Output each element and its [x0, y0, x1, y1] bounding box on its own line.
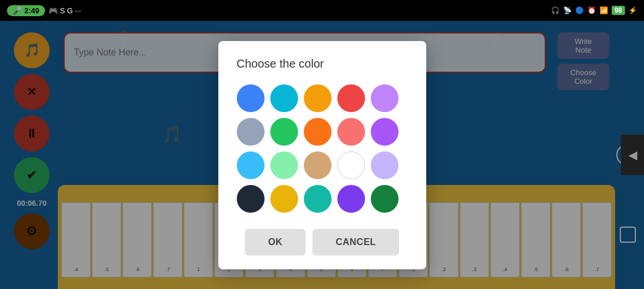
color-swatch-3[interactable]	[337, 84, 365, 112]
ok-button[interactable]: OK	[245, 229, 306, 255]
color-swatch-1[interactable]	[270, 84, 298, 112]
status-left: 🎤 2:49 🎮 S G ···	[7, 5, 81, 16]
color-swatch-16[interactable]	[270, 185, 298, 213]
color-swatch-18[interactable]	[337, 185, 365, 213]
color-swatch-2[interactable]	[304, 84, 332, 112]
color-swatch-5[interactable]	[237, 118, 265, 146]
app-background: 🎵 ♪ 🎵 🎵 🎵 ✕ ⏸ ✔ 00:06.70 ⚙ WriteNote Cho…	[0, 21, 644, 289]
color-picker-modal: Choose the color OK CANCEL	[218, 41, 426, 269]
charging-icon: ⚡	[628, 6, 637, 14]
color-swatch-11[interactable]	[270, 151, 298, 179]
status-pill: 🎤 2:49	[7, 5, 45, 16]
battery-indicator: 98	[612, 6, 625, 15]
signal-icon: 📶	[600, 6, 608, 14]
status-bar: 🎤 2:49 🎮 S G ··· 🎧 📡 🔵 ⏰ 📶 98 ⚡	[0, 0, 644, 21]
status-time: 2:49	[24, 6, 39, 15]
modal-actions: OK CANCEL	[237, 229, 408, 255]
color-swatch-12[interactable]	[304, 151, 332, 179]
color-swatch-8[interactable]	[337, 118, 365, 146]
cast-icon: 📡	[563, 6, 572, 14]
bluetooth-icon: 🔵	[575, 6, 584, 14]
headphone-icon: 🎧	[551, 6, 560, 14]
color-swatch-14[interactable]	[371, 151, 399, 179]
color-swatch-9[interactable]	[371, 118, 399, 146]
color-swatch-0[interactable]	[237, 84, 265, 112]
color-grid	[237, 84, 408, 213]
color-swatch-7[interactable]	[304, 118, 332, 146]
color-swatch-19[interactable]	[371, 185, 399, 213]
color-swatch-13[interactable]	[337, 151, 365, 179]
color-swatch-15[interactable]	[237, 185, 265, 213]
color-swatch-10[interactable]	[237, 151, 265, 179]
color-swatch-17[interactable]	[304, 185, 332, 213]
mic-icon: 🎤	[13, 6, 22, 15]
color-swatch-4[interactable]	[371, 84, 399, 112]
status-right: 🎧 📡 🔵 ⏰ 📶 98 ⚡	[551, 6, 637, 15]
cancel-button[interactable]: CANCEL	[312, 229, 399, 255]
color-swatch-6[interactable]	[270, 118, 298, 146]
modal-overlay: Choose the color OK CANCEL	[0, 21, 644, 289]
modal-title: Choose the color	[237, 57, 408, 71]
game-icon: 🎮 S G ···	[49, 6, 81, 15]
clock-icon: ⏰	[587, 6, 596, 14]
